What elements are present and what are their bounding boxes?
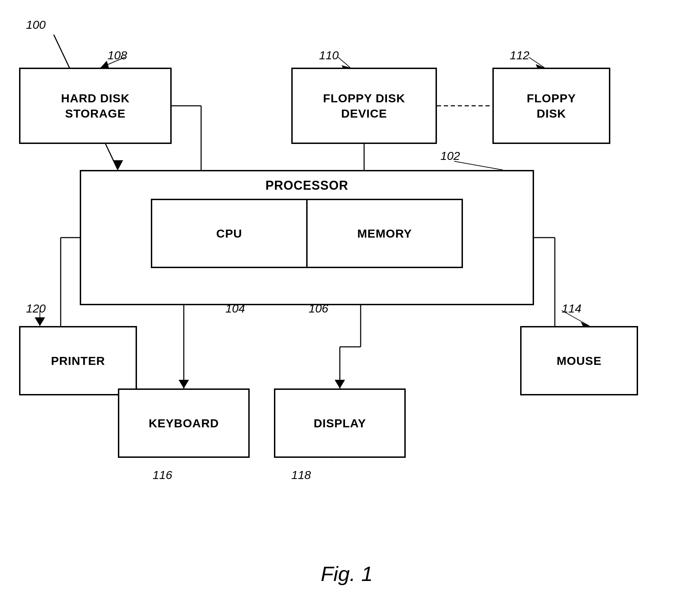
printer-box: PRINTER	[19, 326, 137, 395]
display-label: DISPLAY	[313, 416, 366, 431]
floppy-disk-box: FLOPPYDISK	[492, 68, 610, 144]
hard-disk-label: HARD DISKSTORAGE	[61, 91, 130, 121]
processor-label: PROCESSOR	[265, 178, 348, 194]
ref-110: 110	[319, 49, 339, 62]
figure-caption: Fig. 1	[243, 562, 451, 586]
ref-106: 106	[309, 302, 328, 315]
svg-marker-13	[179, 380, 189, 388]
display-box: DISPLAY	[274, 388, 406, 458]
hard-disk-box: HARD DISKSTORAGE	[19, 68, 172, 144]
svg-marker-17	[335, 380, 345, 388]
floppy-device-label: FLOPPY DISKDEVICE	[323, 91, 405, 121]
svg-line-27	[529, 57, 544, 68]
svg-marker-36	[35, 317, 45, 326]
ref-102: 102	[440, 149, 460, 163]
ref-116: 116	[153, 468, 172, 482]
keyboard-box: KEYBOARD	[118, 388, 250, 458]
ref-114: 114	[562, 302, 582, 315]
floppy-device-box: FLOPPY DISKDEVICE	[291, 68, 437, 144]
printer-label: PRINTER	[51, 353, 105, 368]
memory-label: MEMORY	[357, 226, 412, 241]
diagram: 100 108 110 112 HARD DISKSTORAGE FLOPPY …	[0, 0, 697, 616]
ref-118: 118	[291, 468, 311, 482]
mouse-box: MOUSE	[520, 326, 638, 395]
ref-100: 100	[26, 18, 46, 32]
cpu-label: CPU	[216, 226, 242, 241]
mouse-label: MOUSE	[557, 353, 602, 368]
svg-marker-1	[113, 160, 123, 170]
ref-104: 104	[225, 302, 245, 315]
keyboard-label: KEYBOARD	[149, 416, 219, 431]
svg-line-18	[454, 161, 503, 170]
ref-112: 112	[510, 49, 530, 62]
ref-120: 120	[26, 302, 46, 315]
ref-108: 108	[107, 49, 127, 62]
floppy-disk-label: FLOPPYDISK	[527, 91, 576, 121]
svg-line-25	[338, 57, 350, 68]
processor-box: PROCESSOR CPU MEMORY	[80, 170, 534, 305]
